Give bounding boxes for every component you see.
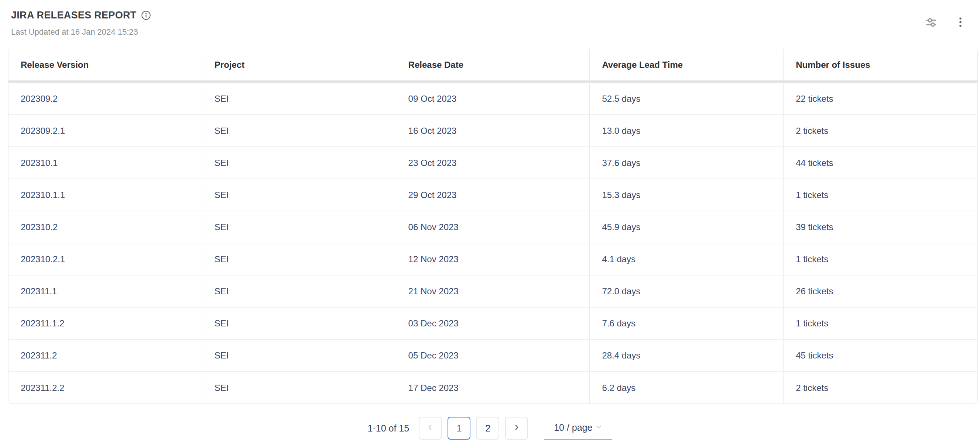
last-updated-label: Last Updated at 16 Jan 2024 15:23 <box>11 27 138 37</box>
cell-release-version: 202311.1 <box>8 276 202 308</box>
cell-number-of-issues: 1 tickets <box>784 243 977 276</box>
chevron-down-icon <box>595 423 603 432</box>
cell-average-lead-time: 37.6 days <box>590 147 784 179</box>
cell-average-lead-time: 13.0 days <box>590 115 784 147</box>
cell-release-date: 23 Oct 2023 <box>396 147 590 179</box>
page-button-1[interactable]: 1 <box>447 417 471 440</box>
table-row[interactable]: 202310.2.1 SEI 12 Nov 2023 4.1 days 1 ti… <box>8 243 977 276</box>
chevron-left-icon <box>426 423 434 434</box>
cell-project: SEI <box>202 372 396 404</box>
column-header-number-of-issues: Number of Issues <box>784 49 977 83</box>
cell-number-of-issues: 2 tickets <box>784 115 977 147</box>
cell-number-of-issues: 44 tickets <box>784 147 977 179</box>
table-header-row: Release Version Project Release Date Ave… <box>8 49 977 83</box>
cell-number-of-issues: 45 tickets <box>784 340 977 372</box>
cell-release-version: 202310.2 <box>8 211 202 243</box>
cell-project: SEI <box>202 211 396 243</box>
cell-project: SEI <box>202 179 396 211</box>
page-button-2[interactable]: 2 <box>476 417 499 440</box>
cell-number-of-issues: 1 tickets <box>784 308 977 340</box>
cell-average-lead-time: 52.5 days <box>590 83 784 115</box>
jira-releases-report-widget: JIRA RELEASES REPORT Last Updated at 16 … <box>0 0 980 447</box>
cell-average-lead-time: 4.1 days <box>590 243 784 276</box>
page-size-select[interactable]: 10 / page <box>544 417 612 440</box>
cell-release-version: 202311.2.2 <box>8 372 202 404</box>
cell-release-date: 05 Dec 2023 <box>396 340 590 372</box>
cell-average-lead-time: 7.6 days <box>590 308 784 340</box>
column-header-average-lead-time: Average Lead Time <box>590 49 784 83</box>
cell-average-lead-time: 6.2 days <box>590 372 784 404</box>
table-row[interactable]: 202309.2.1 SEI 16 Oct 2023 13.0 days 2 t… <box>8 115 977 147</box>
cell-release-version: 202309.2 <box>8 83 202 115</box>
column-header-release-date: Release Date <box>396 49 590 83</box>
releases-table-grid: Release Version Project Release Date Ave… <box>8 49 977 404</box>
cell-release-date: 17 Dec 2023 <box>396 372 590 404</box>
cell-release-date: 16 Oct 2023 <box>396 115 590 147</box>
sliders-settings-icon[interactable] <box>924 15 939 30</box>
cell-project: SEI <box>202 276 396 308</box>
cell-number-of-issues: 39 tickets <box>784 211 977 243</box>
cell-number-of-issues: 22 tickets <box>784 83 977 115</box>
page-size-label: 10 / page <box>554 422 592 433</box>
pagination: 1-10 of 15 1 2 10 / page <box>0 415 980 441</box>
cell-number-of-issues: 2 tickets <box>784 372 977 404</box>
cell-average-lead-time: 72.0 days <box>590 276 784 308</box>
cell-release-date: 12 Nov 2023 <box>396 243 590 276</box>
cell-project: SEI <box>202 115 396 147</box>
cell-project: SEI <box>202 147 396 179</box>
cell-average-lead-time: 45.9 days <box>590 211 784 243</box>
table-row[interactable]: 202311.1.2 SEI 03 Dec 2023 7.6 days 1 ti… <box>8 308 977 340</box>
cell-average-lead-time: 15.3 days <box>590 179 784 211</box>
cell-release-version: 202310.1 <box>8 147 202 179</box>
widget-header: JIRA RELEASES REPORT Last Updated at 16 … <box>0 0 980 48</box>
table-row[interactable]: 202311.2 SEI 05 Dec 2023 28.4 days 45 ti… <box>8 340 977 372</box>
cell-release-version: 202311.2 <box>8 340 202 372</box>
table-row[interactable]: 202310.1 SEI 23 Oct 2023 37.6 days 44 ti… <box>8 147 977 179</box>
cell-number-of-issues: 1 tickets <box>784 179 977 211</box>
cell-project: SEI <box>202 243 396 276</box>
cell-release-date: 21 Nov 2023 <box>396 276 590 308</box>
cell-release-date: 29 Oct 2023 <box>396 179 590 211</box>
cell-release-date: 06 Nov 2023 <box>396 211 590 243</box>
table-row[interactable]: 202309.2 SEI 09 Oct 2023 52.5 days 22 ti… <box>8 83 977 115</box>
table-row[interactable]: 202310.2 SEI 06 Nov 2023 45.9 days 39 ti… <box>8 211 977 243</box>
chevron-right-icon <box>512 423 521 434</box>
cell-release-version: 202310.1.1 <box>8 179 202 211</box>
cell-release-version: 202311.1.2 <box>8 308 202 340</box>
kebab-menu-icon[interactable] <box>954 16 967 29</box>
cell-average-lead-time: 28.4 days <box>590 340 784 372</box>
cell-release-date: 09 Oct 2023 <box>396 83 590 115</box>
table-row[interactable]: 202310.1.1 SEI 29 Oct 2023 15.3 days 1 t… <box>8 179 977 211</box>
table-row[interactable]: 202311.2.2 SEI 17 Dec 2023 6.2 days 2 ti… <box>8 372 977 404</box>
cell-release-date: 03 Dec 2023 <box>396 308 590 340</box>
cell-release-version: 202310.2.1 <box>8 243 202 276</box>
column-header-release-version: Release Version <box>8 49 202 83</box>
info-icon[interactable] <box>141 10 151 20</box>
cell-project: SEI <box>202 340 396 372</box>
table-row[interactable]: 202311.1 SEI 21 Nov 2023 72.0 days 26 ti… <box>8 276 977 308</box>
page-title: JIRA RELEASES REPORT <box>11 10 137 21</box>
prev-page-button[interactable] <box>419 417 442 440</box>
column-header-project: Project <box>202 49 396 83</box>
next-page-button[interactable] <box>505 417 528 440</box>
table-body: 202309.2 SEI 09 Oct 2023 52.5 days 22 ti… <box>8 83 977 404</box>
cell-project: SEI <box>202 83 396 115</box>
releases-table: Release Version Project Release Date Ave… <box>8 49 978 404</box>
cell-project: SEI <box>202 308 396 340</box>
cell-release-version: 202309.2.1 <box>8 115 202 147</box>
cell-number-of-issues: 26 tickets <box>784 276 977 308</box>
header-actions <box>924 15 967 30</box>
pagination-range-label: 1-10 of 15 <box>368 423 409 434</box>
